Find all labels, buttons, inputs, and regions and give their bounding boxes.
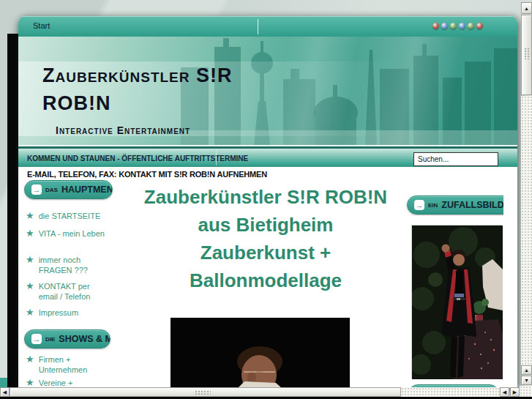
star-icon: ★ — [26, 228, 34, 239]
magician-photo[interactable] — [411, 225, 502, 379]
scroll-up-button[interactable]: ▲ — [521, 2, 532, 14]
dot-icon — [468, 23, 474, 29]
bottom-left-accent — [0, 378, 7, 388]
dot-icon — [476, 23, 483, 29]
site-subtitle: Interactive Entertainment — [56, 124, 233, 136]
stage-photo — [171, 318, 350, 388]
page-title-line: Zauberkünstler S!R ROB!N — [127, 183, 405, 211]
contact-link[interactable]: E-MAIL, TELEFON, FAX: KONTAKT MIT S!R RO… — [27, 170, 267, 179]
decoration-dots — [432, 23, 483, 29]
window-titlebar: Start — [18, 16, 517, 37]
titlebar-divider — [258, 19, 258, 34]
dot-icon — [450, 23, 457, 29]
sidebar-link-kontakt[interactable]: ★ KONTAKT per email / Telefon — [26, 281, 106, 302]
hauptmenu-button[interactable]: → DAS HAUPTMENÜ — [24, 180, 113, 199]
dot-icon — [432, 23, 439, 29]
page-title-line: Ballonmodellage — [127, 266, 405, 294]
sidebar-link-vereine[interactable]: ★ Vereine + — [26, 378, 106, 388]
page-title-line: Zauberkunst + — [127, 239, 405, 266]
star-icon: ★ — [26, 354, 34, 365]
zufallsbild-button[interactable]: → EIN ZUFALLSBILD — [407, 195, 503, 215]
search-input[interactable] — [413, 152, 498, 166]
arrow-icon: → — [31, 334, 42, 344]
horizontal-scrollbar-handle[interactable] — [10, 387, 401, 397]
horizontal-scrollbar-track[interactable] — [401, 387, 500, 397]
scroll-left-button[interactable]: ◀ — [0, 387, 10, 397]
star-icon: ★ — [26, 307, 34, 318]
arrow-icon: → — [31, 184, 42, 195]
page-title: Zauberkünstler S!R ROB!N aus Bietigheim … — [127, 183, 405, 294]
site-title-line1: Zauberkünstler S!R — [42, 61, 233, 89]
menubar-link-auftrittstermine[interactable]: KOMMEN UND STAUNEN - ÖFFENTLICHE AUFTRIT… — [27, 154, 248, 163]
scrollbar-grip — [524, 48, 531, 59]
scrollbar-corner — [520, 386, 532, 397]
shows-button[interactable]: → DIE SHOWS & MORE — [24, 329, 110, 348]
sidebar-link-firmen[interactable]: ★ Firmen + Unternehmen — [26, 354, 106, 375]
scroll-up-button-bottom[interactable]: ▲ — [521, 365, 532, 375]
menubar-divider — [216, 151, 217, 165]
sidebar-link-impressum[interactable]: ★ Impressum — [26, 307, 106, 318]
site-header: Zauberkünstler S!R ROB!N Interactive Ent… — [18, 37, 517, 145]
arrow-icon: → — [414, 200, 424, 210]
page-title-line: aus Bietigheim — [127, 211, 405, 239]
main-menubar: KOMMEN UND STAUNEN - ÖFFENTLICHE AUFTRIT… — [18, 145, 517, 167]
scrollbar-grip — [195, 390, 211, 395]
dot-icon — [441, 23, 448, 29]
star-icon: ★ — [26, 281, 34, 291]
scroll-left-button-right[interactable]: ◀ — [500, 387, 509, 397]
sidebar-link-fragen[interactable]: ★ immer noch FRAGEN ??? — [26, 255, 106, 275]
page: Start — [0, 0, 532, 399]
left-border — [7, 34, 18, 388]
star-icon: ★ — [26, 211, 34, 221]
browser-window: Start — [18, 16, 517, 388]
site-title: Zauberkünstler S!R ROB!N — [42, 61, 233, 117]
vertical-scrollbar-track[interactable] — [521, 96, 532, 365]
scroll-right-button[interactable]: ▶ — [510, 387, 520, 397]
sidebar-link-startseite[interactable]: ★ die STARTSEITE — [26, 211, 106, 221]
vertical-scrollbar-handle[interactable] — [521, 15, 532, 95]
content-area: E-MAIL, TELEFON, FAX: KONTAKT MIT S!R RO… — [18, 167, 503, 388]
star-icon: ★ — [26, 255, 34, 265]
dot-icon — [459, 23, 465, 29]
scroll-down-button[interactable]: ▼ — [521, 376, 532, 385]
star-icon: ★ — [26, 378, 34, 388]
sidebar-link-vita[interactable]: ★ VITA - mein Leben — [26, 228, 106, 239]
start-link[interactable]: Start — [33, 21, 50, 30]
site-title-line2: ROB!N — [42, 89, 233, 117]
